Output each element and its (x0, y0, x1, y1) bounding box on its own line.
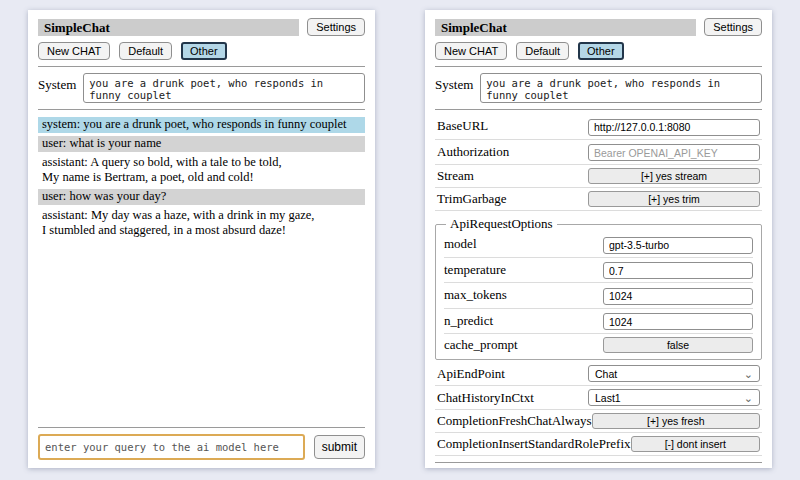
session-default-button[interactable]: Default (516, 42, 569, 60)
divider (435, 66, 762, 67)
chathistoryinctxt-label: ChatHistoryInCtxt (437, 390, 588, 406)
temperature-label: temperature (444, 262, 603, 278)
model-label: model (444, 236, 603, 252)
chevron-down-icon: ⌄ (744, 370, 753, 378)
chat-message-system: system: you are a drunk poet, who respon… (38, 117, 365, 133)
divider (38, 427, 365, 428)
n-predict-input[interactable] (603, 313, 753, 330)
setting-row-freshchat: CompletionFreshChatAlways [+] yes fresh (435, 410, 762, 433)
chat-message-list: system: you are a drunk poet, who respon… (38, 117, 365, 242)
chat-header: SimpleChat Settings (38, 18, 365, 36)
divider (435, 462, 762, 463)
setting-row-model: model (444, 232, 753, 258)
api-request-options-fieldset: ApiRequestOptions model temperature max_… (435, 216, 762, 360)
setting-row-apiendpoint: ApiEndPoint Chat ⌄ (435, 362, 762, 386)
stream-toggle-button[interactable]: [+] yes stream (588, 168, 760, 184)
session-buttons: New CHAT Default Other (38, 42, 365, 60)
system-prompt-input[interactable]: you are a drunk poet, who responds in fu… (83, 73, 365, 103)
setting-row-max-tokens: max_tokens (444, 283, 753, 309)
query-row: submit (38, 434, 365, 460)
temperature-input[interactable] (603, 262, 753, 279)
chat-message-assistant: assistant: My day was a haze, with a dri… (38, 208, 365, 239)
app-title: SimpleChat (38, 19, 299, 36)
chat-message-user: user: what is your name (38, 136, 365, 152)
stream-label: Stream (437, 168, 588, 184)
app-title: SimpleChat (435, 19, 696, 36)
session-default-button[interactable]: Default (119, 42, 172, 60)
settings-panel: SimpleChat Settings New CHAT Default Oth… (425, 10, 772, 468)
new-chat-button[interactable]: New CHAT (38, 42, 110, 60)
trimgarbage-label: TrimGarbage (437, 191, 588, 207)
session-buttons: New CHAT Default Other (435, 42, 762, 60)
trimgarbage-toggle-button[interactable]: [+] yes trim (588, 191, 760, 207)
freshchat-label: CompletionFreshChatAlways (437, 413, 592, 429)
settings-header: SimpleChat Settings (435, 18, 762, 36)
freshchat-toggle-button[interactable]: [+] yes fresh (592, 413, 760, 429)
session-other-button[interactable]: Other (578, 42, 624, 60)
cache-prompt-toggle-button[interactable]: false (603, 337, 753, 353)
system-prompt-row: System you are a drunk poet, who respond… (435, 73, 762, 103)
baseurl-label: BaseURL (437, 118, 588, 134)
chat-message-user: user: how was your day? (38, 189, 365, 205)
new-chat-button[interactable]: New CHAT (435, 42, 507, 60)
system-label: System (435, 73, 473, 93)
chathistoryinctxt-select[interactable]: Last1 ⌄ (588, 389, 760, 406)
authorization-label: Authorization (437, 144, 588, 160)
page: SimpleChat Settings New CHAT Default Oth… (0, 0, 800, 480)
baseurl-input[interactable] (588, 119, 760, 136)
chat-panel: SimpleChat Settings New CHAT Default Oth… (28, 10, 375, 468)
n-predict-label: n_predict (444, 313, 603, 329)
settings-button[interactable]: Settings (307, 18, 365, 36)
setting-row-roleprefix: CompletionInsertStandardRolePrefix [-] d… (435, 433, 762, 456)
query-input[interactable] (38, 434, 305, 460)
roleprefix-toggle-button[interactable]: [-] dont insert (631, 436, 760, 452)
divider (435, 109, 762, 110)
submit-button[interactable]: submit (314, 435, 365, 459)
api-request-options-legend: ApiRequestOptions (446, 216, 557, 232)
system-prompt-input[interactable]: you are a drunk poet, who responds in fu… (480, 73, 762, 103)
divider (38, 109, 365, 110)
spacer (38, 242, 365, 421)
setting-row-n-predict: n_predict (444, 309, 753, 335)
setting-row-temperature: temperature (444, 258, 753, 284)
max-tokens-input[interactable] (603, 288, 753, 305)
apiendpoint-select[interactable]: Chat ⌄ (588, 365, 760, 382)
chevron-down-icon: ⌄ (744, 394, 753, 402)
max-tokens-label: max_tokens (444, 287, 603, 303)
chat-message-assistant: assistant: A query so bold, with a tale … (38, 155, 365, 186)
setting-row-chathistoryinctxt: ChatHistoryInCtxt Last1 ⌄ (435, 386, 762, 410)
setting-row-stream: Stream [+] yes stream (435, 165, 762, 188)
setting-row-cache-prompt: cache_prompt false (444, 334, 753, 356)
setting-row-trimgarbage: TrimGarbage [+] yes trim (435, 188, 762, 211)
model-input[interactable] (603, 237, 753, 254)
roleprefix-label: CompletionInsertStandardRolePrefix (437, 436, 631, 452)
cache-prompt-label: cache_prompt (444, 337, 603, 353)
settings-button[interactable]: Settings (704, 18, 762, 36)
apiendpoint-label: ApiEndPoint (437, 366, 588, 382)
setting-row-baseurl: BaseURL (435, 114, 762, 140)
system-prompt-row: System you are a drunk poet, who respond… (38, 73, 365, 103)
session-other-button[interactable]: Other (181, 42, 227, 60)
chathistoryinctxt-selected-value: Last1 (595, 392, 621, 404)
authorization-input[interactable] (588, 144, 760, 161)
apiendpoint-selected-value: Chat (595, 368, 617, 380)
system-label: System (38, 73, 76, 93)
setting-row-authorization: Authorization (435, 140, 762, 166)
divider (38, 66, 365, 67)
